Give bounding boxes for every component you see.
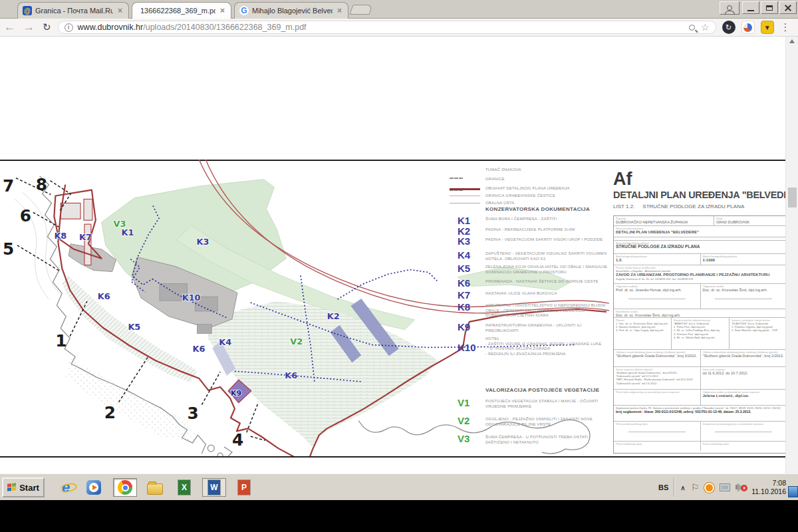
- network-icon[interactable]: [720, 483, 730, 491]
- map-legend: TUMAČ ZNAKOVA GRANICE OBUHVAT DETALJNOG …: [450, 165, 610, 456]
- map-label-K6: K6: [98, 291, 110, 301]
- taskbar-clock[interactable]: 7:08 11.10.2016: [751, 479, 786, 496]
- security-flag-icon[interactable]: ⚐: [691, 482, 700, 493]
- extension-2-icon[interactable]: [741, 21, 755, 34]
- back-button[interactable]: ←: [0, 21, 19, 34]
- tab-google[interactable]: G Mihajlo Blagojević Belveder ×: [234, 2, 348, 19]
- tab-title: Mihajlo Blagojević Belveder: [252, 7, 332, 15]
- start-label: Start: [19, 483, 39, 493]
- address-bar[interactable]: i www.dubrovnik.hr/uploads/20140830/1366…: [58, 21, 716, 34]
- zoom-icon[interactable]: [689, 25, 695, 31]
- internet-explorer-icon[interactable]: e: [56, 478, 76, 497]
- volume-muted-icon[interactable]: x: [735, 483, 746, 492]
- title-block: Af DETALJNI PLAN UREĐENJA "BELVEDERE" LI…: [613, 170, 785, 454]
- browser-menu-icon[interactable]: ⋮: [781, 21, 791, 33]
- pink-line-symbol-icon: [450, 196, 480, 196]
- map-label-K10: K10: [182, 293, 201, 303]
- page-info-icon[interactable]: i: [65, 23, 73, 32]
- close-icon: [784, 4, 792, 12]
- profile-button[interactable]: [720, 1, 739, 15]
- language-indicator[interactable]: BS: [658, 483, 668, 491]
- map-label-K6: K6: [193, 344, 205, 354]
- tab-title: 1366622368_369_m.pdf: [140, 7, 215, 15]
- hatched-zones: [62, 275, 438, 447]
- minimize-icon: [747, 10, 754, 11]
- tab-close-icon[interactable]: ×: [219, 6, 226, 15]
- map-label-K9: K9: [231, 389, 241, 398]
- start-button[interactable]: Start: [2, 477, 45, 497]
- extension-1-icon[interactable]: ↻: [722, 21, 735, 34]
- media-player-icon[interactable]: [84, 478, 104, 497]
- word-icon[interactable]: W: [202, 478, 226, 497]
- window-controls: [742, 1, 797, 14]
- vertical-scrollbar[interactable]: [785, 37, 798, 473]
- plan-title: DETALJNI PLAN UREĐENJA "BELVEDERE": [613, 190, 785, 200]
- url-text[interactable]: www.dubrovnik.hr/uploads/20140830/136662…: [78, 23, 307, 32]
- google-favicon-icon: G: [239, 6, 249, 15]
- map-label-K3: K3: [196, 237, 209, 247]
- browser-titlebar: @ Granica - Почта Mail.Ru × ▌ 1366622368…: [0, 0, 798, 19]
- pdf-viewport[interactable]: 78651234K8K7V3K1K3K6K5K10K4K6V2K2K6K9 TU…: [0, 37, 785, 473]
- map-label-K6: K6: [285, 370, 297, 380]
- close-button[interactable]: [779, 1, 797, 14]
- minimize-button[interactable]: [742, 1, 759, 14]
- maximize-button[interactable]: [761, 1, 778, 14]
- clock-date: 11.10.2016: [751, 487, 786, 495]
- map-label-3: 3: [188, 404, 199, 423]
- map-label-V2: V2: [290, 336, 303, 346]
- person-icon: [727, 5, 732, 11]
- scroll-up-icon[interactable]: [789, 39, 795, 43]
- windows-flag-icon: [7, 483, 17, 491]
- tab-close-icon[interactable]: ×: [336, 6, 343, 15]
- map-label-7: 7: [3, 176, 14, 196]
- map-label-K7: K7: [79, 232, 92, 242]
- screen-letterbox: [0, 500, 798, 532]
- sheet-subtitle: LIST 1.2.STRUČNE PODLOGE ZA IZRADU PLANA: [613, 203, 785, 209]
- mailru-favicon-icon: @: [23, 6, 32, 15]
- maximize-icon: [766, 5, 773, 11]
- hidden-icons-chevron-icon[interactable]: ∧: [680, 484, 685, 491]
- forward-button[interactable]: →: [19, 21, 39, 34]
- map-label-K8: K8: [54, 231, 66, 241]
- excel-icon[interactable]: X: [174, 478, 194, 497]
- system-tray: BS ∧ ⚐ x 7:08 11.10.2016: [658, 477, 786, 498]
- url-host: www.dubrovnik.hr: [78, 23, 144, 32]
- map-label-5: 5: [3, 239, 14, 259]
- red-line-symbol-icon: [450, 188, 480, 190]
- new-tab-button[interactable]: [350, 5, 373, 15]
- map-label-K1: K1: [121, 227, 134, 237]
- map-label-8: 8: [36, 175, 47, 194]
- chrome-icon[interactable]: [113, 478, 137, 497]
- map-label-4: 4: [232, 430, 243, 450]
- gray-line-symbol-icon: [450, 203, 480, 203]
- tray-divider: [674, 478, 675, 497]
- tab-mailru[interactable]: @ Granica - Почта Mail.Ru ×: [17, 2, 129, 19]
- reload-button[interactable]: ↻: [39, 21, 55, 33]
- tab-pdf-active[interactable]: ▌ 1366622368_369_m.pdf ×: [132, 2, 231, 19]
- taskbar: Start e X W P BS ∧ ⚐ x 7:08 11.10.2016: [0, 473, 798, 500]
- url-path: /uploads/20140830/1366622368_369_m.pdf: [143, 23, 306, 32]
- scrollbar-thumb[interactable]: [788, 188, 797, 207]
- map-label-1: 1: [55, 331, 66, 350]
- screen: @ Granica - Почта Mail.Ru × ▌ 1366622368…: [0, 0, 798, 532]
- tab-close-icon[interactable]: ×: [116, 6, 124, 15]
- map-label-6: 6: [20, 206, 31, 225]
- title-block-table: Županija:DUBROVAČKO-NERETVANSKA ŽUPANIJA…: [613, 215, 785, 454]
- orb-logo-icon: [743, 23, 752, 32]
- tray-app-icon[interactable]: [704, 483, 714, 493]
- browser-toolbar: ← → ↻ i www.dubrovnik.hr/uploads/2014083…: [0, 19, 798, 37]
- tab-title: Granica - Почта Mail.Ru: [35, 7, 113, 15]
- powerpoint-icon[interactable]: P: [234, 478, 254, 497]
- map-label-K4: K4: [219, 337, 231, 347]
- file-explorer-icon[interactable]: [145, 478, 165, 497]
- bookmark-star-icon[interactable]: ☆: [701, 22, 710, 33]
- map-label-2: 2: [104, 403, 116, 422]
- sheet-bottom-border: [0, 456, 785, 458]
- map-label-K2: K2: [327, 311, 340, 321]
- map-label-K5: K5: [128, 322, 140, 332]
- download-extension-icon[interactable]: ▼: [761, 21, 774, 34]
- address-bar-actions: ☆: [689, 22, 710, 33]
- af-logo: Af: [613, 170, 785, 188]
- clock-time: 7:08: [773, 479, 786, 487]
- show-desktop-icon[interactable]: [788, 486, 798, 497]
